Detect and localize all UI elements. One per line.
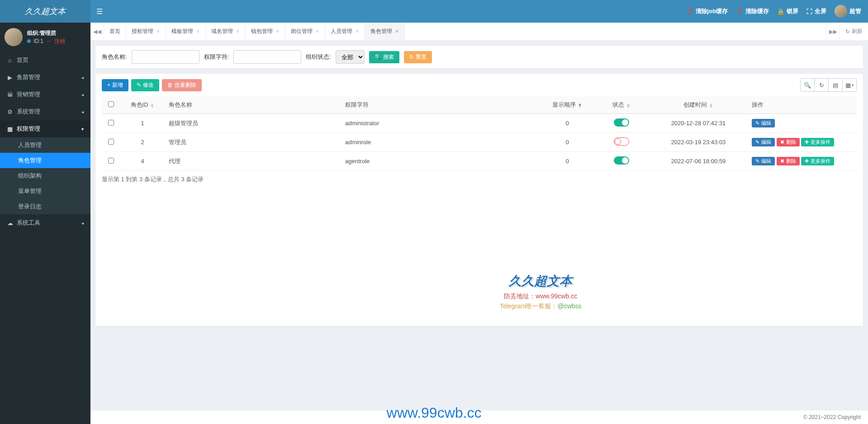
sidebar-item-2[interactable]: 🏛营销管理◂	[0, 86, 90, 103]
role-table: 角色ID▲▼ 角色名称 权限字符 显示顺序▲▼ 状态▲▼ 创建时间▲▼ 操作 1…	[102, 96, 857, 171]
row-delete-button[interactable]: ✖删除	[777, 157, 800, 165]
sidebar-item-3[interactable]: ⚙系统管理◂	[0, 103, 90, 120]
row-edit-button[interactable]: ✎编辑	[752, 157, 775, 165]
watermark: 久久超文本 防丢地址：www.99cwb.cc Telegram唯一客服：@cw…	[500, 273, 582, 311]
user-menu[interactable]: 超管	[835, 5, 861, 18]
sidebar-item-label: 权限管理	[17, 125, 40, 133]
close-icon[interactable]: ✕	[156, 28, 160, 34]
row-edit-button[interactable]: ✎编辑	[752, 138, 775, 146]
cell-order: 0	[540, 133, 594, 152]
tabs-prev-button[interactable]: ◀◀	[90, 23, 104, 40]
row-checkbox[interactable]	[108, 120, 114, 126]
col-role-name[interactable]: 角色名称	[169, 101, 192, 108]
menu-toggle-icon[interactable]: ☰	[90, 7, 109, 16]
table-search-button[interactable]: 🔍	[800, 78, 815, 92]
sidebar-subitem-4-0[interactable]: 人员管理	[0, 137, 90, 153]
tabs-refresh-button[interactable]: ↻刷新	[840, 23, 868, 40]
cell-actions: ✎编辑 ✖删除 ✚更多操作	[748, 133, 857, 152]
edit-button[interactable]: ✎修改	[131, 79, 159, 91]
user-org: 组织:管理层	[27, 29, 65, 37]
sidebar-subitem-4-4[interactable]: 登录日志	[0, 199, 90, 214]
close-icon[interactable]: ✕	[355, 28, 359, 34]
tab-1[interactable]: 授权管理✕	[126, 23, 166, 40]
user-id: ID:1	[33, 37, 43, 45]
cell-name: 超级管理员	[165, 114, 342, 133]
perm-char-input[interactable]	[233, 50, 301, 64]
home-icon: ⌂	[7, 57, 13, 64]
tab-4[interactable]: 钱包管理✕	[246, 23, 285, 40]
col-created[interactable]: 创建时间	[683, 101, 707, 108]
tab-5[interactable]: 岗位管理✕	[285, 23, 325, 40]
select-all-checkbox[interactable]	[108, 101, 114, 107]
sidebar: 组织:管理层 ID:1 → 注销 ⌂首页▶鱼苗管理◂🏛营销管理◂⚙系统管理◂▦权…	[0, 23, 90, 424]
logout-link[interactable]: 注销	[54, 37, 65, 45]
more-icon: ✚	[805, 139, 809, 145]
table-columns-button[interactable]: ▤	[828, 78, 843, 92]
sidebar-subitem-4-3[interactable]: 菜单管理	[0, 184, 90, 199]
clear-cache-button[interactable]: ❓清除缓存	[736, 7, 769, 15]
trash-icon: 🗑	[167, 82, 173, 88]
delete-icon: ✖	[780, 158, 784, 164]
sidebar-subitem-4-2[interactable]: 组织架构	[0, 168, 90, 184]
fullscreen-button[interactable]: ⛶全屏	[806, 7, 826, 15]
lock-button[interactable]: 🔒锁屏	[777, 7, 798, 15]
org-status-select[interactable]: 全部	[336, 50, 365, 64]
batch-delete-button[interactable]: 🗑批量删除	[162, 79, 202, 91]
close-icon[interactable]: ✕	[395, 28, 399, 34]
col-role-id[interactable]: 角色ID	[131, 101, 148, 108]
cell-id: 2	[120, 133, 165, 152]
sidebar-item-4[interactable]: ▦权限管理▾	[0, 120, 90, 137]
search-button[interactable]: 🔍搜索	[369, 51, 399, 63]
sidebar-subitem-4-1[interactable]: 角色管理	[0, 153, 90, 168]
cloud-icon: ☁	[7, 220, 13, 226]
expand-icon: ⛶	[806, 8, 812, 15]
row-checkbox[interactable]	[108, 139, 114, 145]
table-refresh-button[interactable]: ↻	[814, 78, 829, 92]
brand-logo[interactable]: 久久超文本	[0, 0, 90, 23]
tab-2[interactable]: 模板管理✕	[166, 23, 206, 40]
col-order[interactable]: 显示顺序	[552, 101, 576, 108]
search-icon: 🔍	[375, 54, 381, 60]
add-button[interactable]: +新增	[102, 79, 128, 91]
col-status[interactable]: 状态	[612, 101, 624, 108]
tab-3[interactable]: 域名管理✕	[206, 23, 246, 40]
refresh-icon: ↻	[819, 82, 824, 89]
row-more-button[interactable]: ✚更多操作	[801, 157, 834, 165]
sidebar-item-0[interactable]: ⌂首页	[0, 52, 90, 69]
plus-icon: +	[107, 82, 110, 88]
row-edit-button[interactable]: ✎编辑	[752, 119, 775, 127]
tab-6[interactable]: 人员管理✕	[325, 23, 365, 40]
cell-actions: ✎编辑	[748, 114, 857, 133]
status-switch[interactable]	[614, 137, 629, 146]
table-view-button[interactable]: ▦▾	[842, 78, 857, 92]
close-icon[interactable]: ✕	[236, 28, 240, 34]
row-more-button[interactable]: ✚更多操作	[801, 138, 834, 146]
table-row: 2管理员adminrole02022-03-19 23:43:03✎编辑 ✖删除…	[102, 133, 857, 152]
tab-0[interactable]: 首页	[104, 23, 126, 40]
tabs-next-button[interactable]: ▶▶	[826, 23, 840, 40]
cell-perm: administrator	[342, 114, 540, 133]
status-switch[interactable]	[614, 118, 629, 127]
sidebar-item-label: 系统管理	[17, 108, 40, 116]
sidebar-item-label: 首页	[17, 56, 28, 64]
status-switch[interactable]	[614, 156, 629, 165]
cell-order: 0	[540, 114, 594, 133]
table-row: 4代理agentrole02022-07-06 18:00:59✎编辑 ✖删除 …	[102, 152, 857, 171]
role-name-input[interactable]	[132, 50, 199, 64]
sidebar-item-1[interactable]: ▶鱼苗管理◂	[0, 69, 90, 86]
sidebar-item-label: 系统工具	[17, 219, 40, 227]
delete-icon: ✖	[780, 139, 784, 145]
close-icon[interactable]: ✕	[275, 28, 280, 34]
tab-7[interactable]: 角色管理✕	[365, 23, 405, 40]
reset-button[interactable]: ↻重置	[404, 51, 432, 63]
clear-job-cache-button[interactable]: ❓清除job缓存	[686, 7, 728, 15]
refresh-icon: ↻	[845, 28, 850, 35]
col-perm[interactable]: 权限字符	[345, 101, 369, 108]
cell-created: 2022-03-19 23:43:03	[649, 133, 748, 152]
close-icon[interactable]: ✕	[196, 28, 200, 34]
row-delete-button[interactable]: ✖删除	[777, 138, 800, 146]
sidebar-item-5[interactable]: ☁系统工具◂	[0, 214, 90, 231]
close-icon[interactable]: ✕	[315, 28, 319, 34]
cell-perm: adminrole	[342, 133, 540, 152]
row-checkbox[interactable]	[108, 158, 114, 164]
